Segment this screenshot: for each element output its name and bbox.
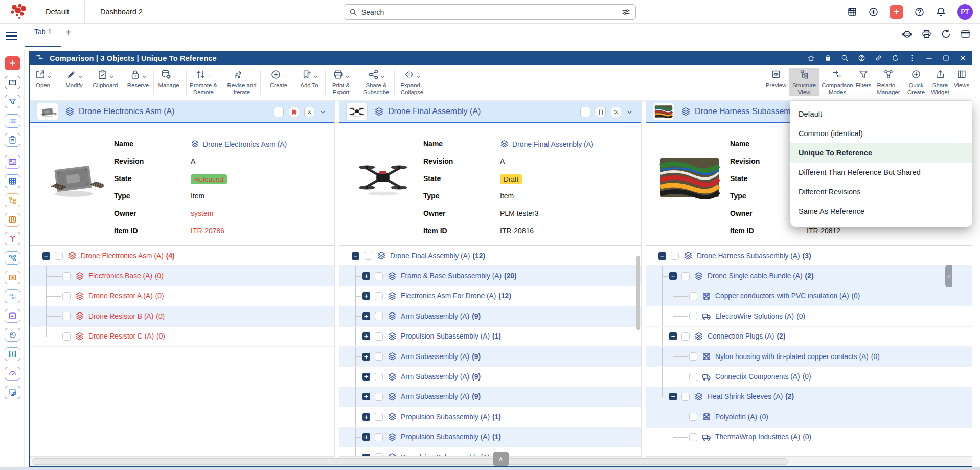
tree-row[interactable]: ElectroWire Solutions (A) (0) <box>646 306 972 326</box>
menu-item[interactable]: Common (identical) <box>790 124 972 143</box>
tree-checkbox[interactable] <box>689 433 697 441</box>
tree-checkbox[interactable] <box>689 352 697 361</box>
scrollbar-thumb[interactable] <box>32 458 788 465</box>
tree-checkbox[interactable] <box>55 252 63 260</box>
sidebar-filter-icon[interactable] <box>5 95 20 108</box>
window-icon[interactable] <box>960 29 971 39</box>
toolbar-revise-iterate-button[interactable]: Revise and Iterate <box>223 68 260 96</box>
notifications-icon[interactable] <box>936 7 946 17</box>
workspace-tab[interactable]: Default <box>30 8 84 16</box>
toolbar-share-subscribe-button[interactable]: Share & Subscribe <box>358 68 395 96</box>
sidebar-structure-tree-icon[interactable] <box>5 193 20 207</box>
tree-checkbox[interactable] <box>689 292 697 300</box>
sidebar-notes-icon[interactable] <box>5 309 20 323</box>
tree-row[interactable]: Drone Resistor C (A) (0) <box>30 327 334 347</box>
tree-checkbox[interactable] <box>375 352 383 361</box>
tree-checkbox[interactable] <box>62 272 71 280</box>
menu-item[interactable]: Unique To Reference <box>790 143 972 163</box>
tree-checkbox[interactable] <box>689 312 697 320</box>
close-icon[interactable] <box>959 54 967 62</box>
tree-checkbox[interactable] <box>375 413 383 421</box>
remove-panel-icon[interactable] <box>611 107 621 117</box>
minimize-icon[interactable] <box>925 54 933 62</box>
reference-flag-icon[interactable] <box>289 107 299 117</box>
tree-checkbox[interactable] <box>375 292 383 300</box>
tree-expander-minus[interactable]: − <box>352 252 359 260</box>
sidebar-network-icon[interactable] <box>5 251 20 265</box>
horizontal-scrollbar[interactable]: ∧ <box>30 457 972 466</box>
tree-row[interactable]: + Arm Subassembly (A) (9) <box>339 306 641 326</box>
detail-value[interactable]: Drone Final Assembly (A) <box>500 140 594 148</box>
tree-checkbox[interactable] <box>681 393 690 401</box>
menu-item[interactable]: Same As Reference <box>790 202 972 221</box>
vertical-scrollbar-thumb[interactable] <box>636 256 640 330</box>
tree-checkbox[interactable] <box>62 292 71 300</box>
toolbar-manage-button[interactable]: Manage <box>150 68 187 89</box>
tree-row[interactable]: + Frame & Base Subassembly (A) (20) <box>339 266 641 286</box>
tree-checkbox[interactable] <box>375 332 383 341</box>
toolbar-relationship-manager-button[interactable]: Relatio... Manager <box>873 68 904 96</box>
avatar[interactable]: PT <box>957 4 973 20</box>
matrix-icon[interactable] <box>847 7 857 17</box>
lock-icon[interactable] <box>824 54 832 62</box>
panel-title[interactable]: Drone Electronics Asm (A) <box>65 107 175 117</box>
help-icon[interactable] <box>914 7 925 17</box>
toolbar-promote-demote-button[interactable]: Promote & Demote <box>185 68 222 96</box>
refresh-icon[interactable] <box>891 54 899 62</box>
sidebar-branch-icon[interactable] <box>5 232 20 245</box>
tree-expander-plus[interactable]: + <box>362 312 370 320</box>
tree-row[interactable]: Copper conductors with PVC insulation (A… <box>646 286 972 306</box>
sidebar-chart-icon[interactable] <box>5 347 20 361</box>
tree-expander-plus[interactable]: + <box>362 373 370 381</box>
tree-row[interactable]: Connectix Components (A) (0) <box>646 367 972 387</box>
tree-row[interactable]: Drone Resistor A (A) (0) <box>30 286 334 306</box>
add-tab-button[interactable]: + <box>65 27 72 38</box>
menu-item[interactable]: Different Revisions <box>790 182 972 202</box>
tree-checkbox[interactable] <box>689 373 697 381</box>
tree-checkbox[interactable] <box>681 332 690 341</box>
assistant-icon[interactable] <box>902 29 913 39</box>
menu-item[interactable]: Different Than Reference But Shared <box>790 163 972 182</box>
tree-checkbox[interactable] <box>375 433 383 441</box>
tree-row[interactable]: + Propulsion Subassembly (A) (1) <box>339 327 641 347</box>
tree-expander-minus[interactable]: − <box>669 272 677 280</box>
toolbar-views-button[interactable]: Views <box>946 68 977 89</box>
chevron-down-icon[interactable] <box>626 109 633 116</box>
tree-expander-plus[interactable]: + <box>362 353 370 361</box>
tree-checkbox[interactable] <box>671 252 679 260</box>
tree-row[interactable]: + Arm Subassembly (A) (9) <box>339 367 641 387</box>
tree-row[interactable]: − Connection Plugs (A) (2) <box>646 327 972 347</box>
tree-row[interactable]: Nylon housing with tin-plated copper con… <box>646 347 972 367</box>
tree-checkbox[interactable] <box>375 453 383 457</box>
add-circle-icon[interactable] <box>868 7 879 17</box>
tree-checkbox[interactable] <box>375 312 383 320</box>
tree-checkbox[interactable] <box>364 252 372 260</box>
sidebar-id-card-icon[interactable] <box>5 155 20 169</box>
global-search[interactable] <box>344 4 636 20</box>
panel-title[interactable]: Drone Final Assembly (A) <box>374 107 481 117</box>
tree-row[interactable]: − Heat Shrink Sleeves (A) (2) <box>646 387 972 407</box>
tree-row[interactable]: ThermaWrap Industries (A) (0) <box>646 428 972 447</box>
search-input[interactable] <box>361 8 622 16</box>
sidebar-monitor-sync-icon[interactable] <box>5 386 20 399</box>
tree-checkbox[interactable] <box>62 332 71 341</box>
aras-logo-icon[interactable] <box>7 2 30 22</box>
tree-expander-plus[interactable]: + <box>362 332 370 340</box>
tree-row[interactable]: + Propulsion Subassembly (A) (1) <box>339 447 641 457</box>
chevron-down-icon[interactable] <box>320 109 326 116</box>
tree-row[interactable]: − Drone Electronics Asm (A) (4) <box>30 246 334 266</box>
search-settings-icon[interactable] <box>622 8 630 16</box>
bookmark-icon[interactable] <box>596 107 606 117</box>
sidebar-history-icon[interactable] <box>5 328 20 342</box>
tree-expander-minus[interactable]: − <box>658 252 666 260</box>
sidebar-list-icon[interactable] <box>5 114 20 128</box>
quick-add-button[interactable]: + <box>890 5 903 19</box>
tree-row[interactable]: + Propulsion Subassembly (A) (1) <box>339 407 641 427</box>
tree-row[interactable]: + Arm Subassembly (A) (9) <box>339 387 641 407</box>
menu-item[interactable]: Default <box>790 104 972 124</box>
sidebar-clipboard-icon[interactable] <box>5 133 20 147</box>
tree-expander-minus[interactable]: − <box>42 252 50 260</box>
tree-checkbox[interactable] <box>689 413 697 421</box>
toolbar-preview-button[interactable]: Preview <box>761 68 791 89</box>
tree-expander-minus[interactable]: − <box>669 332 677 340</box>
